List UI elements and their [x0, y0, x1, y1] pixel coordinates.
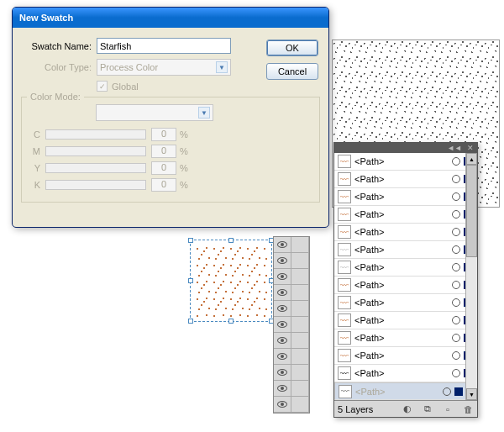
layer-name: <Path> — [354, 333, 452, 343]
target-icon[interactable] — [452, 298, 460, 307]
layer-row[interactable]: 〰<Path> — [334, 206, 477, 224]
visibility-toggle[interactable] — [274, 269, 291, 284]
layer-name: <Path> — [354, 209, 452, 219]
eye-icon — [277, 321, 287, 328]
visibility-toggle[interactable] — [274, 365, 291, 380]
checkbox-icon: ✓ — [97, 81, 108, 92]
target-icon[interactable] — [452, 316, 460, 324]
selected-artwork[interactable] — [190, 240, 272, 322]
eye-icon — [277, 385, 287, 392]
eye-icon — [277, 401, 287, 408]
scroll-thumb[interactable] — [466, 165, 477, 257]
eye-icon — [277, 305, 287, 312]
chevron-down-icon: ▼ — [216, 61, 228, 73]
resize-handle[interactable] — [188, 319, 193, 324]
resize-handle[interactable] — [188, 278, 193, 283]
visibility-toggle[interactable] — [274, 333, 291, 348]
layer-row[interactable]: 〰<Path> — [334, 329, 477, 347]
layer-thumbnail: 〰 — [338, 225, 351, 239]
layer-row[interactable]: 〰<Path> — [334, 259, 477, 277]
c-slider — [45, 129, 146, 140]
target-icon[interactable] — [452, 263, 460, 271]
eye-icon — [277, 289, 287, 296]
color-mode-select: ▼ — [96, 104, 213, 121]
layer-row[interactable]: 〰<Path> — [334, 171, 477, 188]
eye-icon — [277, 369, 287, 376]
ok-button[interactable]: OK — [266, 40, 318, 56]
collapse-icon[interactable]: ◄◄ — [447, 144, 462, 152]
panel-header[interactable]: ◄◄ ✕ — [334, 143, 477, 153]
color-mode-label: Color Mode: — [27, 92, 84, 102]
c-value: 0 — [151, 128, 176, 141]
target-icon[interactable] — [452, 210, 460, 219]
layer-row[interactable]: 〰<Path> — [334, 347, 477, 365]
eye-icon — [277, 353, 287, 360]
visibility-toggle[interactable] — [274, 253, 291, 268]
layer-row[interactable]: 〰<Path> — [334, 188, 477, 206]
layer-row[interactable]: 〰<Path> — [334, 224, 477, 241]
visibility-toggle[interactable] — [274, 349, 291, 364]
k-value: 0 — [151, 178, 176, 192]
global-checkbox: ✓ Global — [97, 81, 139, 92]
swatch-name-input[interactable] — [97, 38, 231, 54]
pct: % — [180, 180, 188, 190]
layer-thumbnail: 〰 — [338, 155, 351, 168]
dialog-titlebar[interactable]: New Swatch — [13, 8, 328, 28]
layer-name: <Path> — [354, 315, 452, 325]
visibility-toggle[interactable] — [274, 301, 291, 316]
new-sublayer-icon[interactable]: ⧉ — [422, 403, 433, 415]
target-icon[interactable] — [452, 334, 460, 342]
c-label: C — [29, 129, 45, 140]
layer-row[interactable]: 〰<Path> — [334, 312, 477, 329]
layer-name: <Path> — [354, 262, 452, 272]
eye-icon — [277, 241, 287, 248]
layer-row[interactable]: 〰<Path> — [334, 382, 469, 400]
new-layer-icon[interactable]: ▫ — [442, 403, 454, 415]
resize-handle[interactable] — [188, 238, 193, 243]
layer-row[interactable]: 〰<Path> — [334, 277, 477, 294]
resize-handle[interactable] — [228, 319, 234, 324]
color-type-value: Process Color — [100, 62, 158, 72]
eye-icon — [277, 337, 287, 344]
scroll-down-icon[interactable]: ▼ — [466, 388, 477, 400]
color-type-select: Process Color ▼ — [97, 59, 231, 76]
layer-row[interactable]: 〰<Path> — [334, 153, 477, 171]
layer-row[interactable]: 〰<Path> — [334, 241, 477, 259]
pct: % — [180, 163, 188, 173]
layer-list: 〰<Path>〰<Path>〰<Path>〰<Path>〰<Path>〰<Pat… — [334, 153, 477, 400]
y-value: 0 — [151, 161, 176, 175]
target-icon[interactable] — [452, 351, 460, 360]
y-label: Y — [29, 163, 45, 173]
target-icon[interactable] — [452, 192, 460, 201]
target-icon[interactable] — [452, 369, 460, 377]
visibility-toggle[interactable] — [274, 317, 291, 332]
m-value: 0 — [151, 145, 176, 158]
layer-thumbnail: 〰 — [338, 296, 351, 309]
target-icon[interactable] — [443, 387, 451, 396]
trash-icon[interactable]: 🗑 — [462, 403, 474, 415]
scrollbar[interactable]: ▲ ▼ — [465, 153, 477, 400]
visibility-toggle[interactable] — [274, 397, 291, 412]
visibility-toggle[interactable] — [274, 381, 291, 396]
panel-footer: 5 Layers ◐ ⧉ ▫ 🗑 — [334, 400, 477, 417]
layer-count: 5 Layers — [338, 404, 373, 414]
resize-handle[interactable] — [228, 238, 234, 243]
make-clip-icon[interactable]: ◐ — [402, 403, 413, 415]
target-icon[interactable] — [452, 175, 460, 183]
layer-thumbnail: 〰 — [338, 261, 351, 274]
visibility-toggle[interactable] — [274, 237, 291, 252]
layer-row[interactable]: 〰<Path> — [334, 365, 477, 382]
target-icon[interactable] — [452, 228, 460, 236]
scroll-up-icon[interactable]: ▲ — [466, 153, 477, 165]
target-icon[interactable] — [452, 281, 460, 289]
layer-name: <Path> — [354, 280, 452, 290]
target-icon[interactable] — [452, 245, 460, 254]
visibility-toggle[interactable] — [274, 285, 291, 300]
k-slider — [45, 180, 146, 190]
layer-row[interactable]: 〰<Path> — [334, 294, 477, 312]
close-icon[interactable]: ✕ — [467, 144, 474, 152]
target-icon[interactable] — [452, 157, 460, 166]
selection-color-chip — [454, 387, 463, 396]
cancel-button[interactable]: Cancel — [266, 63, 318, 80]
m-label: M — [29, 146, 45, 156]
